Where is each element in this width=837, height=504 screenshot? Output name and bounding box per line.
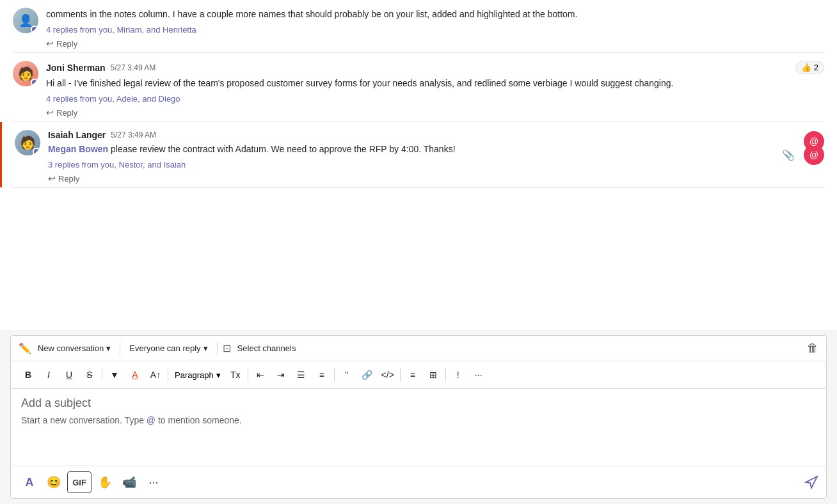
avatar-isaiah: 🧑 — [15, 130, 40, 155]
replies-link-isaiah[interactable]: 3 replies from you, Nestor, and Isaiah — [48, 160, 824, 169]
compose-toolbar-top: ✏️ New conversation ▾ Everyone can reply… — [11, 336, 826, 361]
message-content-partial: comments in the notes column. I have a c… — [46, 8, 824, 50]
reply-label-joni: Reply — [56, 108, 77, 118]
sender-name-isaiah: Isaiah Langer — [48, 130, 106, 140]
font-size-button[interactable]: A↑ — [146, 365, 165, 384]
paragraph-select[interactable]: Paragraph ▾ — [171, 368, 225, 382]
select-channels-button[interactable]: Select channels — [234, 341, 300, 356]
more-format-button[interactable]: ··· — [469, 365, 488, 384]
message-body-isaiah: please review the contract with Adatum. … — [108, 144, 455, 154]
strikethrough-button[interactable]: S — [80, 365, 99, 384]
reply-button-joni[interactable]: ↩ Reply — [46, 106, 77, 119]
paragraph-label: Paragraph — [175, 370, 214, 380]
highlight-button[interactable]: ▼ — [105, 365, 124, 384]
fmt-sep-5 — [400, 368, 401, 381]
reaction-emoji-joni: 👍 — [801, 63, 811, 72]
everyone-can-reply-button[interactable]: Everyone can reply ▾ — [125, 341, 211, 356]
avatar-status-icon — [31, 26, 38, 33]
reply-arrow-icon: ↩ — [46, 38, 54, 49]
new-conversation-label: New conversation — [38, 343, 104, 353]
compose-sep-1 — [120, 342, 120, 355]
reply-button-1[interactable]: ↩ Reply — [46, 37, 77, 50]
compose-area: ✏️ New conversation ▾ Everyone can reply… — [10, 335, 827, 499]
compose-sep-2 — [217, 342, 218, 355]
message-block-isaiah: 🧑 Isaiah Langer 5/27 3:49 AM 📎 @ Megan B… — [0, 122, 837, 187]
select-channels-label: Select channels — [237, 343, 296, 353]
channels-icon: ⊡ — [223, 342, 231, 354]
timestamp-joni: 5/27 3:49 AM — [111, 63, 156, 72]
message-block-joni: 🧑 Joni Sherman 5/27 3:49 AM 👍 2 Hi all -… — [0, 53, 837, 122]
send-button[interactable] — [804, 475, 818, 489]
replies-link-joni[interactable]: 4 replies from you, Adele, and Diego — [46, 94, 824, 104]
avatar-status-joni — [31, 79, 38, 86]
fmt-sep-2 — [168, 368, 168, 381]
replies-link-1[interactable]: 4 replies from you, Miriam, and Henriett… — [46, 25, 824, 35]
hand-raise-button[interactable]: ✋ — [94, 471, 116, 493]
avatar-joni: 🧑 — [13, 61, 38, 86]
avatar-status-isaiah — [33, 148, 40, 155]
message-text-isaiah: Megan Bowen please review the contract w… — [48, 143, 824, 156]
mention-text: Megan Bowen — [48, 144, 108, 154]
placeholder-text-end: to mention someone. — [155, 415, 242, 425]
bullet-list-button[interactable]: ☰ — [292, 365, 311, 384]
trash-icon[interactable]: 🗑 — [807, 342, 818, 355]
compose-toolbar-format: B I U S ▼ A A↑ Paragraph ▾ Tx ⇤ ⇥ ☰ ≡ " … — [11, 361, 826, 389]
table-button[interactable]: ⊞ — [424, 365, 443, 384]
clear-format-button[interactable]: Tx — [226, 365, 245, 384]
important-button[interactable]: ! — [449, 365, 468, 384]
message-header-joni: Joni Sherman 5/27 3:49 AM 👍 2 — [46, 61, 824, 74]
more-options-button[interactable]: ··· — [143, 471, 164, 493]
everyone-can-reply-label: Everyone can reply — [129, 343, 200, 353]
video-button[interactable]: 📹 — [118, 471, 140, 493]
compose-body[interactable]: Add a subject Start a new conversation. … — [11, 389, 826, 466]
message-content-isaiah: Isaiah Langer 5/27 3:49 AM 📎 @ Megan Bow… — [48, 130, 824, 185]
reply-arrow-isaiah-icon: ↩ — [48, 173, 56, 184]
align-button[interactable]: ≡ — [403, 365, 422, 384]
compose-body-placeholder[interactable]: Start a new conversation. Type @ to ment… — [21, 415, 816, 425]
reaction-count-joni: 2 — [814, 63, 818, 72]
reply-label-1: Reply — [56, 39, 77, 49]
format-text-button[interactable]: A — [19, 471, 40, 493]
italic-button[interactable]: I — [39, 365, 58, 384]
message-content-joni: Joni Sherman 5/27 3:49 AM 👍 2 Hi all - I… — [46, 61, 824, 119]
reply-button-isaiah[interactable]: ↩ Reply — [48, 172, 79, 185]
font-color-button[interactable]: A — [125, 365, 145, 384]
bold-button[interactable]: B — [19, 365, 38, 384]
message-header-isaiah: Isaiah Langer 5/27 3:49 AM 📎 @ — [48, 130, 824, 140]
message-text-joni: Hi all - I've finished legal review of t… — [46, 77, 824, 90]
code-button[interactable]: </> — [378, 365, 397, 384]
compose-subject-placeholder[interactable]: Add a subject — [21, 397, 816, 410]
gif-button[interactable]: GIF — [67, 471, 92, 493]
decrease-indent-button[interactable]: ⇤ — [251, 365, 270, 384]
reaction-joni[interactable]: 👍 2 — [795, 61, 824, 74]
reply-label-isaiah: Reply — [58, 174, 79, 184]
timestamp-isaiah: 5/27 3:49 AM — [111, 130, 156, 139]
divider-3 — [13, 187, 824, 188]
sender-name-joni: Joni Sherman — [46, 63, 106, 73]
fmt-sep-6 — [445, 368, 446, 381]
compose-bottom-bar: A 😊 GIF ✋ 📹 ··· — [11, 466, 826, 498]
fmt-sep-1 — [102, 368, 102, 381]
top-action-icon-isaiah: @ — [804, 131, 824, 152]
fmt-sep-4 — [334, 368, 335, 381]
reply-arrow-joni-icon: ↩ — [46, 107, 54, 118]
avatar-partial: 👤 — [13, 8, 38, 33]
quote-button[interactable]: " — [337, 365, 356, 384]
emoji-button[interactable]: 😊 — [43, 471, 65, 493]
link-button[interactable]: 🔗 — [358, 365, 377, 384]
attachment-icon[interactable]: 📎 — [778, 145, 799, 165]
fmt-sep-3 — [248, 368, 248, 381]
partial-message-text: comments in the notes column. I have a c… — [46, 8, 824, 21]
chat-area: 👤 comments in the notes column. I have a… — [0, 0, 837, 330]
edit-icon: ✏️ — [19, 342, 31, 354]
paragraph-chevron-icon: ▾ — [216, 370, 221, 380]
new-conversation-button[interactable]: New conversation ▾ — [34, 341, 115, 356]
new-conversation-chevron-icon: ▾ — [106, 343, 111, 353]
mention-link: @ — [147, 415, 155, 425]
at-icon-top[interactable]: @ — [804, 131, 824, 152]
increase-indent-button[interactable]: ⇥ — [271, 365, 291, 384]
underline-button[interactable]: U — [60, 365, 79, 384]
message-block-partial: 👤 comments in the notes column. I have a… — [0, 0, 837, 52]
numbered-list-button[interactable]: ≡ — [312, 365, 331, 384]
everyone-chevron-icon: ▾ — [203, 343, 208, 353]
